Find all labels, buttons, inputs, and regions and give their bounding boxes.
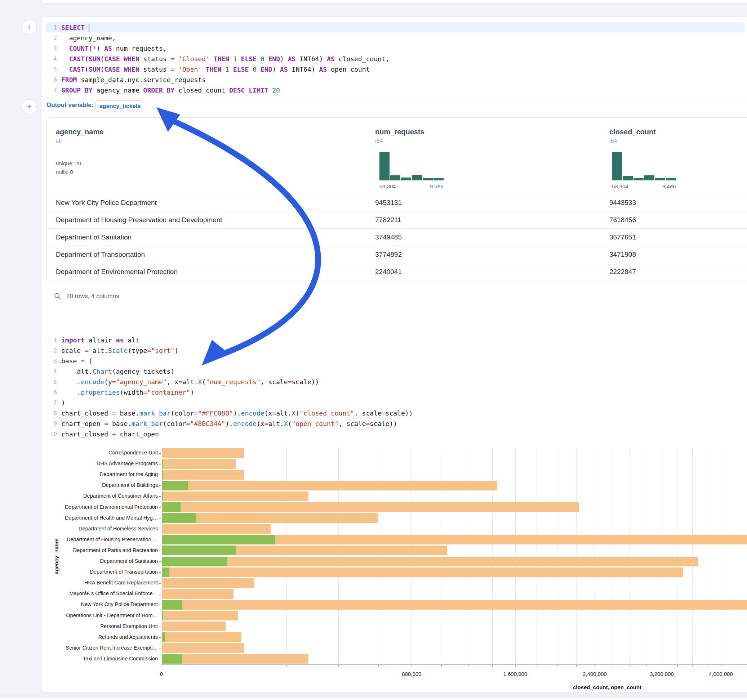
y-axis-label: Department of Housing Preservation … — [50, 537, 158, 542]
python-line-number: 9 — [45, 418, 57, 429]
bar-open_count — [162, 513, 197, 523]
column-histogram-bar — [655, 178, 665, 180]
python-code-line[interactable]: base = ( — [61, 356, 92, 366]
y-axis-label: HRA Benefit Card Replacement — [50, 580, 158, 585]
output-variable-pill[interactable]: agency_tickets — [95, 101, 143, 112]
python-code-line[interactable]: .properties(width="container") — [61, 387, 194, 398]
gridline — [441, 448, 442, 664]
bar-closed_count — [162, 600, 747, 609]
sql-code-line[interactable]: GROUP BY agency_name ORDER BY closed_cou… — [61, 85, 280, 95]
column-histogram-bar — [412, 175, 422, 180]
bar-open_count — [162, 459, 163, 469]
python-code-line[interactable]: .encode(y="agency_name", x=alt.X("num_re… — [61, 377, 319, 387]
y-axis-tick — [159, 540, 161, 540]
table-row[interactable]: Department of Sanitation37494853677651 — [47, 228, 747, 246]
gridline — [411, 448, 412, 664]
y-axis-tick — [159, 583, 161, 584]
sql-code-line[interactable]: CAST(SUM(CASE WHEN status = 'Closed' THE… — [61, 54, 390, 64]
column-header-agency_name[interactable]: agency_name — [56, 128, 103, 136]
bar-closed_count — [162, 622, 225, 631]
bar-closed_count — [162, 459, 236, 469]
gridline — [515, 448, 516, 664]
sql-line-number: 7 — [45, 85, 57, 95]
sql-code-line[interactable]: COUNT(*) AS num_requests, — [61, 43, 167, 54]
column-histogram-bar — [380, 152, 390, 180]
python-code-line[interactable]: import altair as alt — [61, 335, 139, 345]
python-code-line[interactable]: chart_closed = base.mark_bar(color="#FFC… — [61, 408, 413, 418]
column-histogram-bar — [423, 178, 433, 180]
column-type: i64 — [609, 138, 617, 144]
python-code-line[interactable]: ) — [61, 398, 65, 408]
y-axis-tick — [159, 475, 161, 475]
y-axis-label: Operations Unit - Department of Hom… — [50, 612, 158, 618]
python-code-line[interactable]: chart_open = base.mark_bar(color="#8BC34… — [61, 418, 397, 429]
cell-closed-count: 9443533 — [609, 194, 636, 211]
sql-code-line[interactable]: agency_name, — [61, 33, 116, 43]
column-header-num_requests[interactable]: num_requests — [375, 128, 425, 136]
text-cursor — [89, 24, 89, 32]
y-axis-label: Department for the Aging — [50, 471, 158, 477]
sql-line-number: 3 — [45, 43, 57, 54]
python-line-number: 4 — [45, 366, 57, 377]
y-axis-label: Department of Parks and Recreation — [50, 547, 158, 553]
histogram-max-label: 9.4e6 — [662, 183, 676, 189]
cell-agency-name: Department of Environmental Protection — [56, 263, 178, 281]
bar-open_count — [162, 567, 169, 577]
y-axis-tick — [159, 659, 161, 660]
table-row[interactable]: New York City Police Department945313194… — [47, 194, 747, 211]
bar-closed_count — [162, 567, 683, 577]
python-code-line[interactable]: chart_closed + chart_open — [61, 429, 159, 439]
add-cell-button-output[interactable]: + — [22, 100, 37, 115]
python-code-line[interactable]: scale = alt.Scale(type="sqrt") — [61, 345, 178, 356]
python-line-number: 3 — [45, 356, 57, 366]
gridline — [612, 448, 613, 664]
y-axis-label: Personal Exemption Unit — [50, 623, 158, 629]
column-stats: nulls: 0 — [56, 169, 73, 175]
bar-open_count — [162, 502, 180, 512]
x-axis-tick-label: 4,000,000 — [705, 671, 737, 677]
table-row[interactable]: Department of Transportation377489234719… — [47, 246, 747, 263]
column-histogram-bar — [634, 178, 644, 180]
gridline — [378, 448, 378, 664]
cell-closed-count: 3471908 — [609, 246, 636, 263]
y-axis-tick — [159, 486, 161, 486]
x-axis-tick-label: 800,000 — [395, 671, 428, 677]
y-axis-label: Department of Homeless Services — [50, 526, 158, 531]
gridline — [735, 448, 735, 664]
cell-num-requests: 7782211 — [375, 211, 401, 229]
python-code-line[interactable]: alt.Chart(agency_tickets) — [61, 366, 174, 377]
bar-open_count — [162, 470, 163, 480]
sql-code-line[interactable]: SELECT — [61, 22, 89, 33]
sql-code-line[interactable]: CAST(SUM(CASE WHEN status = 'Open' THEN … — [61, 64, 370, 74]
gridline — [557, 448, 558, 664]
bar-open_count — [162, 557, 227, 566]
bar-closed_count — [162, 643, 244, 653]
bar-closed_count — [162, 524, 271, 534]
sql-line-number: 5 — [45, 64, 57, 74]
column-histogram-bar — [401, 178, 411, 180]
gridline — [662, 448, 662, 664]
sql-code-line[interactable]: FROM sample_data.nyc.service_requests — [61, 74, 206, 85]
python-line-number: 8 — [45, 408, 57, 418]
dataframe-preview-table[interactable]: agency_namestrunique: 20nulls: 0num_requ… — [47, 118, 747, 282]
y-axis-tick — [159, 594, 161, 594]
y-axis-tick — [159, 496, 161, 497]
y-axis-label: Department of Health and Mental Hyg… — [50, 515, 158, 520]
bar-open_count — [162, 611, 163, 620]
cell-closed-count: 3677651 — [609, 229, 636, 246]
column-stats: unique: 20 — [56, 160, 81, 166]
column-type: str — [56, 138, 62, 144]
table-row[interactable]: Department of Housing Preservation and D… — [47, 211, 747, 229]
x-axis-line — [162, 664, 747, 665]
cell-divider — [41, 98, 747, 98]
gridline — [594, 448, 595, 664]
bar-closed_count — [162, 448, 244, 458]
cell-num-requests: 3774892 — [375, 246, 402, 263]
search-icon[interactable] — [54, 293, 61, 300]
python-line-number: 5 — [45, 377, 57, 387]
table-row[interactable]: Department of Environmental Protection22… — [47, 263, 747, 281]
bar-open_count — [162, 535, 275, 545]
add-cell-button-top[interactable]: + — [22, 20, 37, 35]
column-header-closed_count[interactable]: closed_count — [609, 128, 656, 136]
notebook-page: + + 1⌄SELECT 2 agency_name,3 COUNT(*) AS… — [0, 0, 747, 700]
